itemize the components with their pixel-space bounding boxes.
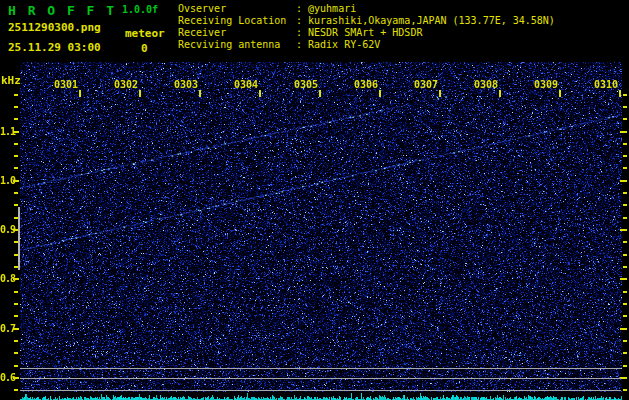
time-axis-label: 0309 bbox=[534, 79, 558, 90]
freq-axis-minor-tick bbox=[14, 365, 18, 367]
reference-line bbox=[20, 378, 621, 379]
time-axis-label: 0302 bbox=[114, 79, 138, 90]
reference-line bbox=[20, 390, 621, 391]
freq-axis-minor-tick bbox=[14, 389, 18, 391]
freq-axis-minor-tick-right bbox=[623, 291, 627, 293]
time-axis-label: 0303 bbox=[174, 79, 198, 90]
time-axis-label: 0308 bbox=[474, 79, 498, 90]
freq-axis-minor-tick-right bbox=[623, 365, 627, 367]
freq-axis-minor-tick-right bbox=[623, 192, 627, 194]
freq-axis-major-tick-right bbox=[620, 131, 627, 133]
time-axis-tick bbox=[79, 90, 81, 97]
freq-axis-major-tick-right bbox=[620, 180, 627, 182]
freq-axis-minor-tick bbox=[14, 155, 18, 157]
time-axis-label: 0310 bbox=[594, 79, 618, 90]
freq-axis-minor-tick-right bbox=[623, 106, 627, 108]
time-axis-tick bbox=[559, 90, 561, 97]
freq-axis-minor-tick-right bbox=[623, 155, 627, 157]
freq-axis-minor-tick-right bbox=[623, 254, 627, 256]
freq-axis-major-tick bbox=[13, 328, 19, 330]
freq-axis-minor-tick bbox=[14, 291, 18, 293]
freq-axis-minor-tick bbox=[14, 315, 18, 317]
freq-axis-major-tick-right bbox=[620, 229, 627, 231]
axes-overlay: 0301030203030304030503060307030803090310… bbox=[0, 0, 629, 400]
freq-axis-minor-tick-right bbox=[623, 118, 627, 120]
reference-line bbox=[20, 368, 621, 369]
time-axis-label: 0307 bbox=[414, 79, 438, 90]
time-axis-label: 0301 bbox=[54, 79, 78, 90]
time-axis-tick bbox=[619, 90, 621, 97]
freq-axis-major-tick-right bbox=[620, 377, 627, 379]
freq-axis-minor-tick-right bbox=[623, 167, 627, 169]
freq-axis-minor-tick-right bbox=[623, 143, 627, 145]
time-axis-label: 0306 bbox=[354, 79, 378, 90]
time-axis-tick bbox=[139, 90, 141, 97]
freq-axis-minor-tick-right bbox=[623, 94, 627, 96]
time-axis-label: 0304 bbox=[234, 79, 258, 90]
freq-axis-major-tick-right bbox=[620, 278, 627, 280]
time-axis-tick bbox=[199, 90, 201, 97]
time-axis-tick bbox=[379, 90, 381, 97]
freq-axis-minor-tick-right bbox=[623, 303, 627, 305]
freq-axis-major-tick bbox=[13, 180, 19, 182]
freq-axis-minor-tick bbox=[14, 340, 18, 342]
freq-axis-major-tick bbox=[13, 278, 19, 280]
freq-axis-minor-tick bbox=[14, 167, 18, 169]
hrofft-window: H R O F F T 1.0.0f 2511290300.png meteor… bbox=[0, 0, 629, 400]
time-axis-tick bbox=[259, 90, 261, 97]
freq-axis-minor-tick-right bbox=[623, 241, 627, 243]
freq-axis-minor-tick bbox=[14, 118, 18, 120]
freq-axis-minor-tick bbox=[14, 94, 18, 96]
time-axis-tick bbox=[439, 90, 441, 97]
freq-axis-minor-tick bbox=[14, 143, 18, 145]
time-axis-tick bbox=[499, 90, 501, 97]
freq-axis-major-tick-right bbox=[620, 328, 627, 330]
time-axis-tick bbox=[319, 90, 321, 97]
freq-axis-minor-tick bbox=[14, 192, 18, 194]
freq-axis-major-tick bbox=[13, 131, 19, 133]
freq-axis-minor-tick-right bbox=[623, 204, 627, 206]
freq-axis-minor-tick bbox=[14, 106, 18, 108]
freq-axis-minor-tick bbox=[14, 352, 18, 354]
freq-axis-minor-tick-right bbox=[623, 315, 627, 317]
count-band-marker bbox=[18, 207, 20, 270]
freq-axis-minor-tick-right bbox=[623, 352, 627, 354]
time-axis-label: 0305 bbox=[294, 79, 318, 90]
freq-axis-major-tick bbox=[13, 377, 19, 379]
freq-axis-minor-tick-right bbox=[623, 340, 627, 342]
freq-axis-minor-tick-right bbox=[623, 266, 627, 268]
freq-axis-minor-tick-right bbox=[623, 217, 627, 219]
freq-axis-minor-tick bbox=[14, 303, 18, 305]
freq-axis-minor-tick-right bbox=[623, 389, 627, 391]
